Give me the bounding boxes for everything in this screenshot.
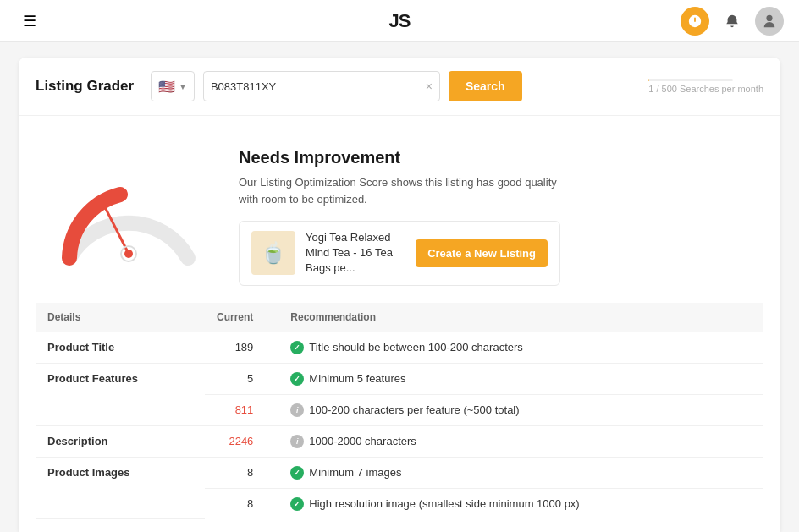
listing-grader-card: Listing Grader 🇺🇸 ▼ × Search 1 / 500 Sea… [19, 58, 780, 532]
rec-text: Title should be between 100-200 characte… [309, 341, 522, 354]
table-row: Product Images8 Minimum 7 images [36, 457, 763, 488]
rec-row: High resolution image (smallest side min… [290, 497, 752, 511]
hamburger-icon: ☰ [23, 14, 36, 29]
rec-row: 100-200 characters per feature (~500 tot… [290, 403, 752, 417]
details-section: Details Current Recommendation Product T… [19, 303, 780, 532]
search-quota: 1 / 500 Searches per month [648, 79, 763, 94]
quota-bar [648, 79, 733, 81]
create-listing-button[interactable]: Create a New Listing [416, 239, 548, 267]
table-cell-label: Product Title [36, 332, 205, 363]
table-cell-label: Product Features [36, 363, 205, 425]
table-cell-current: 8 [205, 457, 278, 488]
clear-icon[interactable]: × [426, 80, 433, 93]
table-cell-recommendation: 100-200 characters per feature (~500 tot… [278, 394, 763, 425]
gauge-container [44, 140, 213, 275]
product-card: 🍵 Yogi Tea Relaxed Mind Tea - 16 Tea Bag… [239, 221, 560, 286]
check-icon [290, 341, 304, 354]
table-cell-current: 8 [205, 488, 278, 519]
chevron-down-icon: ▼ [179, 82, 187, 91]
svg-point-1 [124, 250, 133, 258]
bell-icon [725, 14, 740, 29]
rec-text: Minimum 7 images [309, 466, 401, 479]
table-cell-label: Product Images [36, 457, 205, 519]
rec-text: 1000-2000 characters [309, 435, 416, 447]
notification-button[interactable] [718, 7, 747, 36]
rec-text: High resolution image (smallest side min… [309, 497, 579, 510]
check-icon [290, 497, 304, 511]
logo-text: JS [389, 10, 411, 32]
table-cell-current: 189 [205, 332, 278, 363]
rec-text: 100-200 characters per feature (~500 tot… [309, 403, 519, 416]
table-cell-label: Description [36, 425, 205, 457]
rec-text: Minimum 5 features [309, 372, 405, 385]
profile-icon [762, 14, 777, 29]
check-icon [290, 466, 304, 480]
table-row: Product Title189 Title should be between… [36, 332, 763, 363]
table-body: Product Title189 Title should be between… [36, 332, 763, 519]
info-icon [290, 403, 304, 417]
grade-description: Our Listing Optimization Score shows thi… [239, 174, 560, 207]
page-title: Listing Grader [36, 78, 137, 95]
badge-icon [687, 14, 703, 29]
grade-section: Needs Improvement Our Listing Optimizati… [19, 116, 780, 303]
check-icon [290, 372, 304, 386]
nav-left: ☰ [15, 7, 44, 36]
rec-row: Minimum 7 images [290, 466, 752, 480]
top-nav: ☰ JS [0, 0, 799, 42]
current-value: 8 [247, 497, 253, 510]
nav-right [681, 7, 784, 36]
field-label: Product Features [47, 372, 138, 385]
details-table: Details Current Recommendation Product T… [36, 303, 763, 520]
field-label: Description [47, 435, 108, 447]
rec-row: Title should be between 100-200 characte… [290, 341, 752, 354]
current-value: 8 [247, 466, 253, 479]
current-value: 189 [235, 341, 254, 354]
table-cell-current: 5 [205, 363, 278, 394]
gauge-svg [44, 140, 213, 275]
table-cell-current: 811 [205, 394, 278, 425]
table-cell-current: 2246 [205, 425, 278, 457]
col-header-details: Details [36, 303, 205, 332]
hamburger-menu[interactable]: ☰ [15, 7, 44, 36]
table-header: Details Current Recommendation [36, 303, 763, 332]
product-name: Yogi Tea Relaxed Mind Tea - 16 Tea Bags … [306, 230, 405, 277]
search-area: 🇺🇸 ▼ × Search 1 / 500 Searches per month [151, 71, 763, 101]
rec-row: Minimum 5 features [290, 372, 752, 386]
search-input[interactable] [211, 80, 426, 93]
flag-icon: 🇺🇸 [158, 79, 175, 95]
quota-text: 1 / 500 Searches per month [648, 84, 763, 94]
table-cell-recommendation: Minimum 7 images [278, 457, 763, 488]
table-cell-recommendation: Minimum 5 features [278, 363, 763, 394]
current-value: 2246 [229, 435, 253, 447]
product-thumbnail: 🍵 [251, 231, 295, 275]
search-input-wrapper: × [203, 71, 440, 101]
nav-logo: JS [389, 10, 411, 32]
product-emoji: 🍵 [261, 241, 286, 265]
grade-title: Needs Improvement [239, 148, 755, 167]
header-bar: Listing Grader 🇺🇸 ▼ × Search 1 / 500 Sea… [19, 58, 780, 116]
country-selector[interactable]: 🇺🇸 ▼ [151, 71, 195, 101]
table-row: Description2246 1000-2000 characters [36, 425, 763, 457]
table-cell-recommendation: 1000-2000 characters [278, 425, 763, 457]
grade-info: Needs Improvement Our Listing Optimizati… [239, 140, 755, 286]
main-content: Listing Grader 🇺🇸 ▼ × Search 1 / 500 Sea… [0, 42, 799, 532]
col-header-recommendation: Recommendation [278, 303, 763, 332]
table-row: Product Features5 Minimum 5 features [36, 363, 763, 394]
col-header-current: Current [205, 303, 278, 332]
info-icon [290, 435, 304, 448]
field-label: Product Images [47, 466, 130, 479]
current-value: 811 [235, 403, 254, 416]
profile-button[interactable] [755, 7, 784, 36]
field-label: Product Title [47, 341, 114, 354]
table-header-row: Details Current Recommendation [36, 303, 763, 332]
rec-row: 1000-2000 characters [290, 435, 752, 448]
table-cell-recommendation: High resolution image (smallest side min… [278, 488, 763, 519]
search-button[interactable]: Search [449, 71, 522, 101]
table-cell-recommendation: Title should be between 100-200 characte… [278, 332, 763, 363]
badge-button[interactable] [681, 7, 709, 36]
current-value: 5 [247, 372, 253, 385]
